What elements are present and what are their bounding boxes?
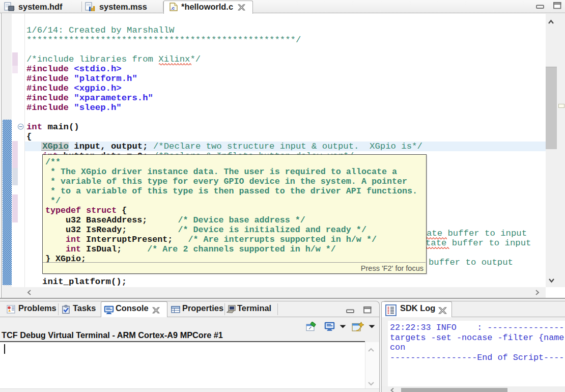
svg-text:.c: .c (171, 5, 175, 11)
